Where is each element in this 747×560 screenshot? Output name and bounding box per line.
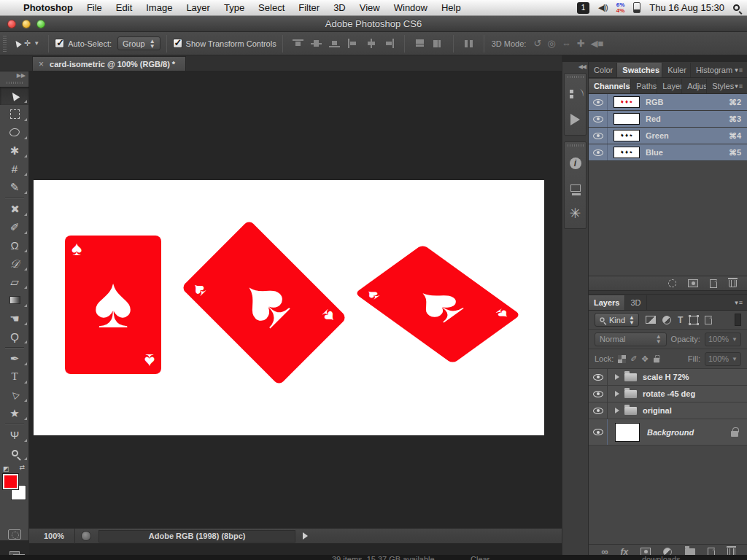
tab-swatches[interactable]: Swatches: [617, 63, 662, 77]
tool-rectangular-marquee[interactable]: [0, 105, 29, 123]
tool-eraser[interactable]: ▱: [0, 273, 29, 291]
tool-zoom[interactable]: [0, 444, 29, 462]
input-source-icon[interactable]: 1: [577, 2, 589, 14]
channel-row-blue[interactable]: ♦♦♦ Blue ⌘5: [589, 144, 747, 161]
lock-position-icon[interactable]: ✥: [642, 354, 649, 364]
visibility-toggle[interactable]: [589, 94, 608, 110]
menu-layer[interactable]: Layer: [186, 2, 210, 13]
visibility-toggle[interactable]: [589, 402, 608, 419]
layer-name[interactable]: scale H 72%: [643, 373, 689, 381]
filter-type-layers-icon[interactable]: T: [678, 315, 683, 325]
zoom-window-button[interactable]: [36, 20, 45, 28]
delete-layer-icon[interactable]: [727, 548, 735, 556]
tab-styles[interactable]: Styles: [707, 79, 735, 93]
lock-pixels-icon[interactable]: ✐: [630, 354, 637, 364]
tab-kuler[interactable]: Kuler: [662, 63, 691, 77]
tab-3d[interactable]: 3D: [625, 295, 646, 310]
actions-panel-icon[interactable]: [565, 107, 586, 132]
tool-healing-brush[interactable]: ✚: [0, 200, 29, 218]
canvas[interactable]: ♠ ♠ ♠ ♠ ♠ ♠ ♠ ♠ ♠: [34, 180, 544, 435]
3d-slide-icon[interactable]: ✚: [577, 38, 585, 49]
expand-dock-icon[interactable]: ◀◀: [562, 62, 588, 71]
options-bar-grip[interactable]: [3, 36, 7, 52]
status-bar-flyout-icon[interactable]: [303, 532, 308, 540]
tab-histogram[interactable]: Histogram: [691, 63, 735, 77]
layer-name[interactable]: rotate -45 deg: [643, 389, 695, 398]
align-top-edges-icon[interactable]: [293, 39, 303, 48]
distribute-horizontal-icon[interactable]: [433, 39, 444, 48]
panel-menu-icon[interactable]: [735, 82, 743, 90]
auto-select-checkbox[interactable]: [55, 39, 64, 48]
info-panel-icon[interactable]: i: [565, 151, 586, 176]
tab-color[interactable]: Color: [589, 63, 617, 77]
filter-shape-layers-icon[interactable]: [689, 316, 698, 324]
menu-bar-clock[interactable]: Thu 16 Aug 15:30: [649, 2, 724, 13]
visibility-toggle[interactable]: [589, 419, 608, 445]
panel-grip[interactable]: [568, 76, 584, 78]
properties-panel-icon[interactable]: [565, 176, 586, 201]
layer-row-original[interactable]: original: [589, 402, 747, 419]
menu-3d[interactable]: 3D: [333, 2, 346, 13]
channel-row-red[interactable]: Red ⌘3: [589, 111, 747, 128]
layer-thumbnail[interactable]: [615, 423, 640, 442]
align-horizontal-centers-icon[interactable]: [365, 39, 376, 48]
menu-help[interactable]: Help: [441, 2, 461, 13]
menu-type[interactable]: Type: [224, 2, 244, 13]
panel-grip[interactable]: [568, 144, 584, 147]
3d-rotate-icon[interactable]: ↺: [533, 38, 541, 49]
default-colors-icon[interactable]: ◩: [3, 465, 9, 472]
menu-image[interactable]: Image: [146, 2, 172, 13]
auto-align-layers-icon[interactable]: [463, 39, 474, 48]
tab-paths[interactable]: Paths: [631, 79, 657, 93]
visibility-toggle[interactable]: [589, 144, 608, 160]
layer-name[interactable]: Background: [647, 428, 694, 437]
zoom-level-field[interactable]: 100%: [44, 532, 64, 540]
channel-thumbnail[interactable]: ♦♦♦: [614, 130, 640, 141]
tool-dodge[interactable]: Ϙ: [0, 327, 29, 346]
tool-move[interactable]: [0, 87, 29, 105]
3d-drag-icon[interactable]: ⇔: [562, 38, 571, 49]
menu-file[interactable]: File: [87, 2, 102, 13]
layer-name[interactable]: original: [643, 406, 672, 415]
layer-row-scale[interactable]: scale H 72%: [589, 369, 747, 386]
filter-kind-dropdown[interactable]: Kind ▲▼: [595, 313, 639, 327]
channel-row-rgb[interactable]: ♦♦♦ RGB ⌘2: [589, 94, 747, 111]
tool-brush[interactable]: ✐: [0, 218, 29, 236]
visibility-toggle[interactable]: [589, 111, 608, 127]
battery-icon[interactable]: [633, 2, 640, 13]
spotlight-icon[interactable]: [733, 4, 740, 11]
tool-hand[interactable]: Ψ: [0, 426, 29, 444]
menu-window[interactable]: Window: [394, 2, 427, 13]
tool-smudge[interactable]: ☚: [0, 309, 29, 327]
visibility-toggle[interactable]: [589, 369, 608, 385]
panel-menu-icon[interactable]: [735, 66, 743, 74]
menu-filter[interactable]: Filter: [298, 2, 320, 13]
layer-row-rotate[interactable]: rotate -45 deg: [589, 386, 747, 402]
document-canvas-area[interactable]: ♠ ♠ ♠ ♠ ♠ ♠ ♠ ♠ ♠ 100% Adobe RGB (1998) …: [29, 71, 562, 556]
filter-smart-objects-icon[interactable]: [705, 316, 712, 324]
align-left-edges-icon[interactable]: [347, 39, 358, 48]
3d-scale-camera-icon[interactable]: ◀■: [591, 38, 604, 49]
new-group-icon[interactable]: [685, 548, 695, 556]
tool-pen[interactable]: ✒: [0, 349, 29, 368]
close-window-button[interactable]: [7, 20, 16, 28]
fill-field[interactable]: 100% ▼: [705, 352, 741, 366]
menu-photoshop[interactable]: Photoshop: [23, 2, 73, 13]
save-selection-icon[interactable]: [688, 279, 698, 287]
document-tab[interactable]: × card-isometric @ 100% (RGB/8) *: [32, 56, 186, 71]
channel-thumbnail[interactable]: ♦♦♦: [614, 147, 640, 158]
tool-quick-selection[interactable]: ✱: [0, 141, 29, 160]
tool-path-selection[interactable]: ▷: [0, 386, 29, 404]
tool-custom-shape[interactable]: ★: [0, 404, 29, 422]
menu-view[interactable]: View: [360, 2, 380, 13]
status-bar-icon[interactable]: [81, 531, 91, 541]
visibility-toggle[interactable]: [589, 128, 608, 144]
menu-select[interactable]: Select: [258, 2, 285, 13]
filtering-toggle[interactable]: [735, 314, 741, 326]
distribute-vertical-icon[interactable]: [414, 39, 425, 48]
tool-history-brush[interactable]: 𝒟: [0, 254, 29, 273]
auto-select-dropdown[interactable]: Group ▲▼: [117, 36, 160, 50]
channel-thumbnail[interactable]: ♦♦♦: [614, 96, 640, 108]
quick-mask-button[interactable]: [0, 525, 29, 543]
align-vertical-centers-icon[interactable]: [311, 39, 322, 48]
